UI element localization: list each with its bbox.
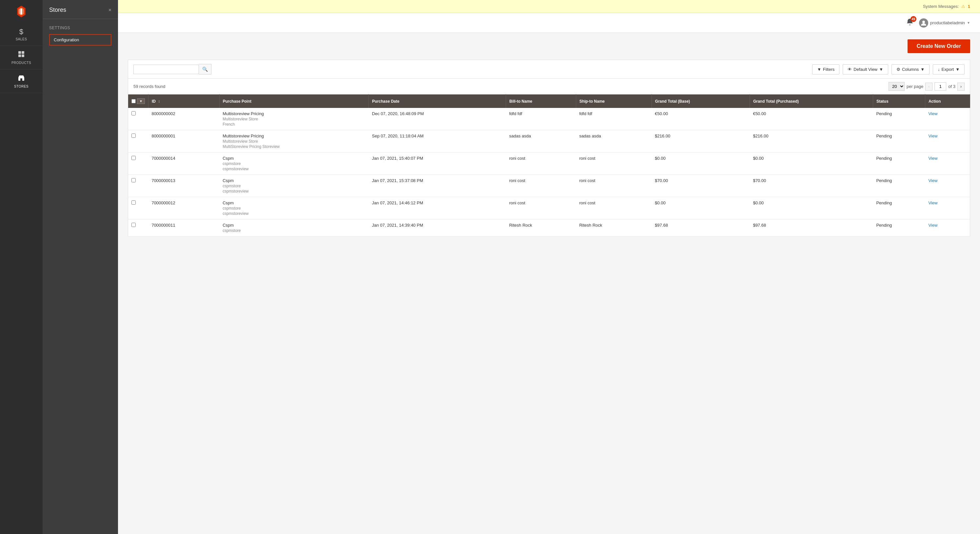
- search-button[interactable]: 🔍: [199, 64, 212, 75]
- select-all-toggle[interactable]: ▼: [137, 99, 145, 104]
- stores-panel-header: Stores ×: [43, 0, 118, 19]
- row-purchase-date: Sep 07, 2020, 11:18:04 AM: [369, 130, 506, 153]
- system-message-bar: System Messages: ⚠ 1: [118, 0, 980, 13]
- row-view-link[interactable]: View: [928, 134, 937, 139]
- row-checkbox[interactable]: [131, 223, 136, 227]
- page-content: Create New Order 🔍 ▼ Filters 👁: [118, 33, 980, 534]
- stores-section-settings-label: Settings: [49, 26, 111, 30]
- user-avatar-icon: [920, 20, 927, 26]
- sidebar-item-products-label: Products: [11, 61, 31, 65]
- system-message-count: 1: [968, 4, 970, 9]
- row-view-link[interactable]: View: [928, 223, 937, 228]
- row-ship-to-name: roni cost: [576, 175, 652, 197]
- table-row: 7000000011 Cspm cspmstore Jan 07, 2021, …: [128, 220, 970, 236]
- main-content: System Messages: ⚠ 1 49 productlabeladmi…: [118, 0, 980, 534]
- row-purchase-point: Cspm cspmstore cspmstoreview: [219, 153, 369, 175]
- row-checkbox-cell: [128, 220, 148, 236]
- row-purchase-date: Jan 07, 2021, 15:37:08 PM: [369, 175, 506, 197]
- previous-page-button[interactable]: ‹: [925, 83, 932, 91]
- filter-icon: ▼: [817, 67, 821, 72]
- row-checkbox[interactable]: [131, 178, 136, 182]
- row-ship-to-name: Ritesh Rock: [576, 220, 652, 236]
- per-page-select[interactable]: 20 30 50: [889, 82, 905, 91]
- row-grand-total-purchased: $0.00: [749, 153, 873, 175]
- row-view-link[interactable]: View: [928, 156, 937, 161]
- th-grand-total-purchased: Grand Total (Purchased): [749, 94, 873, 108]
- notification-badge: 49: [910, 16, 916, 22]
- row-grand-total-purchased: $216.00: [749, 130, 873, 153]
- export-button[interactable]: ↓ Export ▼: [933, 64, 965, 75]
- svg-rect-5: [18, 51, 21, 54]
- row-view-link[interactable]: View: [928, 201, 937, 205]
- page-number-input[interactable]: 1: [934, 82, 946, 91]
- row-checkbox-cell: [128, 108, 148, 130]
- select-all-checkbox[interactable]: [131, 99, 136, 103]
- products-icon: [18, 51, 25, 60]
- svg-rect-7: [18, 54, 21, 57]
- search-input[interactable]: [134, 65, 199, 74]
- row-grand-total-purchased: $97.68: [749, 220, 873, 236]
- table-header-row: ▼ ID ↕ Purchase Point Purchase Date Bill…: [128, 94, 970, 108]
- user-name: productlabeladmin: [930, 20, 965, 25]
- default-view-button[interactable]: 👁 Default View ▼: [843, 64, 888, 75]
- records-count: 59 records found: [134, 84, 165, 89]
- row-purchase-point: Cspm cspmstore: [219, 220, 369, 236]
- row-ship-to-name: fdfd fdf: [576, 108, 652, 130]
- row-checkbox[interactable]: [131, 156, 136, 160]
- th-status: Status: [873, 94, 925, 108]
- row-view-link[interactable]: View: [928, 178, 937, 183]
- table-row: 8000000002 Multistoreview Pricing Multis…: [128, 108, 970, 130]
- row-purchase-date: Jan 07, 2021, 14:46:12 PM: [369, 197, 506, 220]
- create-new-order-button[interactable]: Create New Order: [908, 39, 970, 53]
- row-bill-to-name: Ritesh Rock: [506, 220, 576, 236]
- row-checkbox[interactable]: [131, 134, 136, 138]
- row-checkbox-cell: [128, 130, 148, 153]
- sales-icon: $: [19, 27, 24, 36]
- sidebar: $ Sales Products Stores: [0, 0, 43, 534]
- sidebar-nav: $ Sales Products Stores: [0, 23, 43, 93]
- row-status: Pending: [873, 175, 925, 197]
- grid-toolbar-right: ▼ Filters 👁 Default View ▼ ⚙ Columns ▼: [812, 64, 965, 75]
- filters-button[interactable]: ▼ Filters: [812, 64, 839, 75]
- row-checkbox[interactable]: [131, 111, 136, 115]
- row-checkbox-cell: [128, 197, 148, 220]
- columns-arrow-icon: ▼: [920, 67, 924, 72]
- total-pages: 3: [953, 84, 955, 89]
- user-avatar: [919, 18, 928, 27]
- row-bill-to-name: roni cost: [506, 153, 576, 175]
- top-header: 49 productlabeladmin ▼: [118, 13, 980, 33]
- row-view-link[interactable]: View: [928, 111, 937, 116]
- row-purchase-date: Jan 07, 2021, 15:40:07 PM: [369, 153, 506, 175]
- row-ship-to-name: roni cost: [576, 197, 652, 220]
- row-action: View: [925, 197, 970, 220]
- next-page-button[interactable]: ›: [958, 83, 965, 91]
- per-page-label: per page: [907, 84, 923, 89]
- row-checkbox[interactable]: [131, 201, 136, 205]
- system-message-label: System Messages:: [923, 4, 959, 9]
- row-id: 7000000014: [148, 153, 219, 175]
- sidebar-item-sales[interactable]: $ Sales: [0, 23, 43, 46]
- columns-button[interactable]: ⚙ Columns ▼: [891, 64, 929, 75]
- row-grand-total-base: $97.68: [652, 220, 749, 236]
- export-label: Export: [942, 67, 954, 72]
- stores-panel-close-button[interactable]: ×: [108, 7, 111, 13]
- columns-icon: ⚙: [896, 67, 900, 72]
- sidebar-item-products[interactable]: Products: [0, 46, 43, 70]
- row-id: 7000000012: [148, 197, 219, 220]
- notification-bell[interactable]: 49: [906, 18, 914, 27]
- user-info[interactable]: productlabeladmin ▼: [919, 18, 970, 27]
- stores-menu-item-configuration[interactable]: Configuration: [49, 34, 111, 46]
- row-bill-to-name: roni cost: [506, 197, 576, 220]
- sidebar-item-stores[interactable]: Stores: [0, 70, 43, 93]
- svg-point-11: [922, 21, 925, 23]
- columns-label: Columns: [902, 67, 919, 72]
- th-ship-to-name: Ship-to Name: [576, 94, 652, 108]
- system-message-warning-icon: ⚠: [961, 4, 965, 9]
- row-action: View: [925, 175, 970, 197]
- id-sort-icon: ↕: [158, 99, 160, 104]
- svg-rect-10: [20, 78, 22, 81]
- row-purchase-point: Cspm cspmstore cspmstoreview: [219, 197, 369, 220]
- th-action: Action: [925, 94, 970, 108]
- row-purchase-point: Multistoreview Pricing Multistoreview St…: [219, 108, 369, 130]
- svg-rect-2: [20, 8, 22, 14]
